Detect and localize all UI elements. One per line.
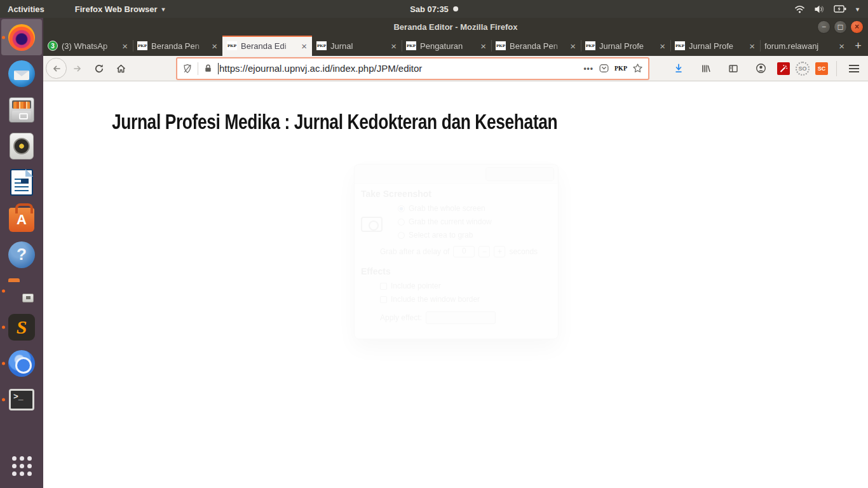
help-icon: ? xyxy=(8,241,35,268)
dock-item-ubuntu-software[interactable]: A xyxy=(1,200,42,236)
tab-close-icon[interactable]: × xyxy=(569,41,576,51)
system-status-menu[interactable]: ▾ xyxy=(785,0,868,18)
camera-icon xyxy=(361,217,383,232)
dock-item-libreoffice-writer[interactable] xyxy=(1,164,42,200)
url-input[interactable]: https://ejournal.upnvj.ac.id/index.php/J… xyxy=(218,63,578,74)
pkp-page-action[interactable]: PKP xyxy=(614,65,627,72)
ghost-apply-label: Apply effect: xyxy=(380,313,422,322)
dock-item-rhythmbox[interactable] xyxy=(1,128,42,164)
tab-close-icon[interactable]: × xyxy=(659,41,666,51)
tab-close-icon[interactable]: × xyxy=(749,41,756,51)
forward-button[interactable] xyxy=(67,58,88,79)
thunderbird-icon xyxy=(8,60,35,87)
pkp-favicon: PKP xyxy=(406,41,416,50)
clock-menu[interactable]: Sab 07:35 xyxy=(410,0,458,18)
tracking-protection-icon[interactable] xyxy=(182,64,193,74)
dock-item-files[interactable] xyxy=(1,273,42,309)
terminal-icon: >_ xyxy=(9,389,34,410)
home-button[interactable] xyxy=(110,58,132,79)
tab-beranda-pengguna[interactable]: PKP Beranda Pen × xyxy=(133,36,222,56)
chromium-icon xyxy=(8,350,35,377)
sidebar-button[interactable] xyxy=(722,58,744,79)
tab-label: Beranda Pen xyxy=(151,41,207,51)
ghost-delay-plus: + xyxy=(494,246,505,257)
app-menu-label: Firefox Web Browser xyxy=(75,4,158,14)
page-actions-icon[interactable]: ••• xyxy=(583,64,593,73)
window-titlebar[interactable]: Beranda Editor - Mozilla Firefox − ◻ × xyxy=(43,18,868,36)
running-indicator xyxy=(2,398,5,401)
dock: A ? S >_ xyxy=(0,18,43,488)
urlbar-separator xyxy=(198,62,198,75)
checkbox-icon xyxy=(380,296,387,303)
running-indicator xyxy=(2,36,5,39)
tab-label: (3) WhatsAp xyxy=(62,41,118,51)
pkp-favicon: PKP xyxy=(585,41,595,50)
tab-bar: 3 (3) WhatsAp × PKP Beranda Pen × PKP Be… xyxy=(43,36,868,56)
tab-label: Pengaturan xyxy=(420,41,476,51)
tab-close-icon[interactable]: × xyxy=(211,41,218,51)
dock-item-help[interactable]: ? xyxy=(1,236,42,273)
ghost-check-pointer: Include pointer xyxy=(391,281,441,290)
lock-icon[interactable] xyxy=(203,64,213,73)
checkbox-icon xyxy=(380,283,387,290)
dock-item-terminal[interactable]: >_ xyxy=(1,381,42,417)
bookmark-star-icon[interactable] xyxy=(632,63,643,74)
dock-item-file-cabinet[interactable] xyxy=(1,92,42,128)
tab-beranda-pengguna-2[interactable]: PKP Beranda Pen × xyxy=(491,36,581,56)
pocket-icon[interactable] xyxy=(599,63,609,74)
app-grid-icon xyxy=(12,456,32,476)
tab-jurnal-profesi-2[interactable]: PKP Jurnal Profe × xyxy=(670,36,760,56)
url-bar[interactable]: https://ejournal.upnvj.ac.id/index.php/J… xyxy=(176,57,649,80)
dock-item-thunderbird[interactable] xyxy=(1,55,42,92)
wand-extension-icon[interactable] xyxy=(777,62,790,75)
pkp-favicon: PKP xyxy=(137,41,147,50)
pkp-favicon: PKP xyxy=(316,41,327,50)
pkp-favicon: PKP xyxy=(675,41,685,50)
software-bag-icon: A xyxy=(9,208,34,232)
tab-jurnal-profesi-1[interactable]: PKP Jurnal Profe × xyxy=(581,36,670,56)
minimize-button[interactable]: − xyxy=(817,20,831,34)
volume-icon xyxy=(814,4,825,14)
caret-down-icon: ▾ xyxy=(856,6,859,13)
battery-charging-icon xyxy=(834,4,847,13)
tab-close-icon[interactable]: × xyxy=(121,41,128,51)
window-title: Beranda Editor - Mozilla Firefox xyxy=(393,22,517,32)
so-extension-icon[interactable]: SO xyxy=(796,62,810,76)
tab-close-icon[interactable]: × xyxy=(480,41,487,51)
maximize-button[interactable]: ◻ xyxy=(834,20,847,34)
pkp-favicon: PKP xyxy=(496,41,506,50)
tab-jurnal[interactable]: PKP Jurnal × xyxy=(312,36,402,56)
radio-icon xyxy=(398,219,405,226)
dock-item-firefox[interactable] xyxy=(1,19,42,55)
reload-button[interactable] xyxy=(88,58,110,79)
sublime-text-icon: S xyxy=(8,314,35,341)
downloads-button[interactable] xyxy=(668,58,689,79)
new-tab-button[interactable]: + xyxy=(850,36,867,56)
account-button[interactable] xyxy=(750,58,771,79)
app-menu[interactable]: Firefox Web Browser ▾ xyxy=(52,0,173,18)
toolbar-separator xyxy=(836,61,837,76)
show-applications-button[interactable] xyxy=(1,448,42,484)
tab-whatsapp[interactable]: 3 (3) WhatsAp × xyxy=(43,36,133,56)
dock-item-chromium[interactable] xyxy=(1,345,42,381)
tab-forum-relawan[interactable]: forum.relawanj × xyxy=(760,36,850,56)
firefox-icon xyxy=(8,24,35,51)
ghost-option-select-area: Select area to grab xyxy=(409,231,473,240)
tab-pengaturan[interactable]: PKP Pengaturan × xyxy=(402,36,491,56)
dock-item-sublime-text[interactable]: S xyxy=(1,309,42,345)
tab-close-icon[interactable]: × xyxy=(838,41,845,51)
tab-close-icon[interactable]: × xyxy=(301,41,308,51)
gnome-top-bar: Activities Firefox Web Browser ▾ Sab 07:… xyxy=(0,0,868,18)
activities-button[interactable]: Activities xyxy=(0,0,52,18)
clock-label: Sab 07:35 xyxy=(410,4,449,14)
back-button[interactable] xyxy=(46,58,67,79)
tab-close-icon[interactable]: × xyxy=(390,41,397,51)
text-caret xyxy=(218,63,219,74)
library-button[interactable] xyxy=(695,58,717,79)
close-button[interactable]: × xyxy=(850,20,864,34)
sc-extension-icon[interactable]: SC xyxy=(815,62,828,75)
firefox-icon xyxy=(60,4,71,15)
menu-button[interactable] xyxy=(845,61,863,76)
tab-beranda-editor-active[interactable]: PKP Beranda Edi × xyxy=(222,36,312,56)
ghost-effects-heading: Effects xyxy=(361,266,552,276)
